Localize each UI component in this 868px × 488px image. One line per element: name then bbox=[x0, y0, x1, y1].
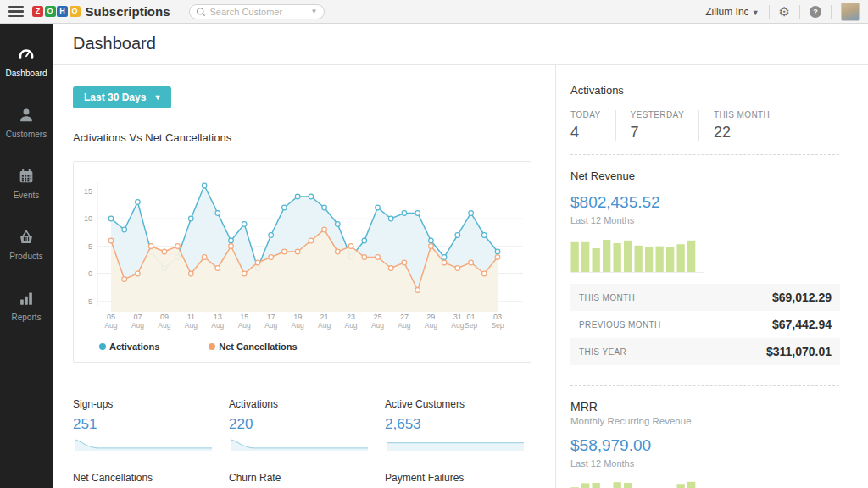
net-revenue-bar-chart bbox=[570, 238, 704, 273]
user-avatar[interactable] bbox=[841, 3, 860, 21]
svg-text:11: 11 bbox=[187, 313, 195, 321]
zoho-logo-tile: O bbox=[45, 6, 56, 17]
sidebar-item-events[interactable]: Events bbox=[0, 152, 53, 214]
search-box[interactable]: ▼ bbox=[189, 4, 325, 19]
sparkline bbox=[385, 438, 526, 452]
sidebar: Dashboard Customers bbox=[0, 24, 53, 488]
svg-text:10: 10 bbox=[84, 214, 92, 223]
date-range-button[interactable]: Last 30 Days ▼ bbox=[73, 86, 171, 108]
svg-text:Aug: Aug bbox=[398, 321, 410, 330]
svg-text:03: 03 bbox=[493, 313, 502, 321]
sparkline bbox=[73, 438, 214, 452]
chevron-down-icon: ▼ bbox=[752, 8, 760, 17]
kpi-active-customers: Active Customers 2,653 bbox=[385, 398, 541, 452]
chevron-down-icon: ▼ bbox=[153, 93, 161, 102]
line-chart-canvas: -505101505Aug07Aug09Aug11Aug13Aug15Aug17… bbox=[74, 162, 532, 333]
svg-text:29: 29 bbox=[426, 313, 435, 321]
svg-text:23: 23 bbox=[347, 313, 355, 321]
divider bbox=[799, 5, 800, 19]
net-revenue-period: Last 12 Months bbox=[570, 215, 839, 225]
search-icon bbox=[196, 7, 206, 17]
sparkline bbox=[229, 438, 370, 452]
svg-text:Aug: Aug bbox=[238, 321, 251, 330]
kpi-net-cancellations: Net Cancellations 83 bbox=[73, 472, 229, 488]
divider bbox=[570, 385, 839, 386]
activations-yesterday: YESTERDAY 7 bbox=[631, 110, 699, 141]
activations-today: TODAY 4 bbox=[570, 110, 616, 141]
svg-text:Sep: Sep bbox=[465, 321, 477, 330]
sidebar-item-customers[interactable]: Customers bbox=[0, 92, 53, 152]
zoho-logo: Z O H O bbox=[32, 6, 81, 17]
search-scope-caret-icon[interactable]: ▼ bbox=[311, 8, 318, 15]
summary-panel: Activations TODAY 4 YESTERDAY 7 THIS MON… bbox=[555, 65, 868, 488]
svg-text:5: 5 bbox=[88, 242, 92, 251]
hamburger-menu-icon[interactable] bbox=[7, 5, 25, 19]
app-title: Subscriptions bbox=[86, 4, 170, 19]
svg-text:Aug: Aug bbox=[131, 321, 144, 330]
svg-text:Aug: Aug bbox=[425, 321, 437, 330]
net-revenue-amount: $802,435.52 bbox=[570, 193, 839, 212]
svg-text:Aug: Aug bbox=[158, 321, 170, 330]
settings-gear-icon[interactable]: ⚙ bbox=[779, 5, 790, 18]
chart-title: Activations Vs Net Cancellations bbox=[73, 131, 555, 144]
table-row: THIS MONTH $69,012.29 bbox=[570, 284, 840, 311]
mrr-bar-chart bbox=[570, 481, 704, 488]
svg-text:Aug: Aug bbox=[264, 321, 277, 330]
mrr-title: MRR bbox=[570, 400, 839, 413]
svg-text:01: 01 bbox=[467, 313, 476, 321]
activations-cells: TODAY 4 YESTERDAY 7 THIS MONTH 22 bbox=[570, 110, 839, 141]
zoho-logo-tile: H bbox=[57, 6, 68, 17]
legend-item-activations[interactable]: Activations bbox=[99, 341, 159, 352]
mrr-amount: $58,979.00 bbox=[570, 436, 839, 455]
svg-text:31: 31 bbox=[453, 313, 462, 321]
sidebar-item-dashboard[interactable]: Dashboard bbox=[0, 30, 53, 92]
kpi-churn-rate: Churn Rate 3.33% bbox=[229, 472, 385, 488]
svg-text:09: 09 bbox=[160, 313, 169, 321]
mrr-period: Last 12 Months bbox=[570, 458, 839, 469]
net-revenue-title: Net Revenue bbox=[570, 169, 839, 182]
kpi-activations: Activations 220 bbox=[229, 398, 385, 452]
page-header: Dashboard bbox=[53, 24, 868, 65]
net-revenue-table: THIS MONTH $69,012.29 PREVIOUS MONTH $67… bbox=[570, 284, 840, 365]
kpi-grid: Sign-ups 251 Activations 220 Active Cust… bbox=[73, 398, 555, 488]
svg-text:Aug: Aug bbox=[292, 321, 304, 330]
chart-legend: Activations Net Cancellations bbox=[74, 341, 531, 352]
table-row: PREVIOUS MONTH $67,442.94 bbox=[570, 311, 840, 338]
svg-text:0: 0 bbox=[88, 269, 92, 278]
activations-summary-title: Activations bbox=[570, 84, 839, 97]
svg-text:07: 07 bbox=[133, 313, 142, 321]
divider bbox=[831, 5, 832, 19]
svg-text:Aug: Aug bbox=[185, 321, 198, 330]
svg-text:-5: -5 bbox=[86, 297, 92, 306]
svg-text:Aug: Aug bbox=[344, 321, 357, 330]
basket-icon bbox=[17, 228, 36, 247]
svg-text:Aug: Aug bbox=[451, 321, 464, 330]
kpi-payment-failures: Payment Failures 196 bbox=[385, 472, 541, 488]
mrr-subtitle: Monthly Recurring Revenue bbox=[570, 416, 839, 426]
calendar-icon bbox=[17, 167, 36, 186]
divider bbox=[570, 154, 839, 155]
sidebar-item-reports[interactable]: Reports bbox=[0, 274, 53, 336]
page-title: Dashboard bbox=[73, 34, 868, 53]
help-icon[interactable]: ? bbox=[810, 6, 821, 18]
svg-text:05: 05 bbox=[107, 313, 115, 321]
svg-text:15: 15 bbox=[84, 187, 92, 196]
search-input[interactable] bbox=[210, 7, 305, 17]
org-selector[interactable]: Zillum Inc▼ bbox=[705, 6, 759, 18]
series-dot-icon bbox=[209, 343, 215, 350]
svg-text:Aug: Aug bbox=[371, 321, 384, 330]
gauge-icon bbox=[17, 45, 36, 64]
svg-text:21: 21 bbox=[320, 313, 329, 321]
svg-text:17: 17 bbox=[267, 313, 275, 321]
svg-text:27: 27 bbox=[400, 313, 409, 321]
activations-this-month: THIS MONTH 22 bbox=[714, 110, 784, 141]
legend-item-net-cancellations[interactable]: Net Cancellations bbox=[209, 341, 297, 352]
bar-chart-icon bbox=[17, 289, 36, 308]
svg-text:15: 15 bbox=[240, 313, 248, 321]
topbar: Z O H O Subscriptions ▼ Zillum Inc▼ ⚙ ? bbox=[0, 0, 868, 24]
person-icon bbox=[17, 106, 36, 125]
sidebar-item-products[interactable]: Products bbox=[0, 214, 53, 274]
kpi-sign-ups: Sign-ups 251 bbox=[73, 398, 229, 452]
svg-text:25: 25 bbox=[373, 313, 381, 321]
table-row: THIS YEAR $311,070.01 bbox=[570, 338, 840, 365]
